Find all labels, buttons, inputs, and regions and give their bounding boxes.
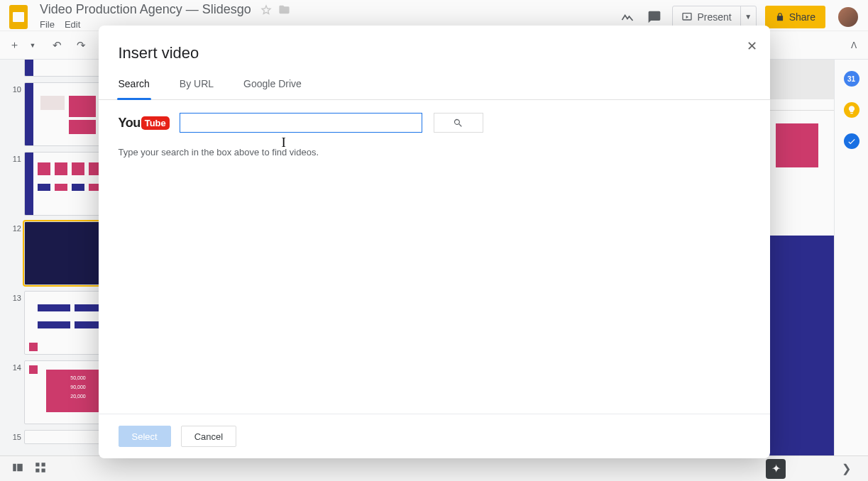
youtube-logo: You Tube [119, 116, 170, 131]
cancel-button[interactable]: Cancel [181, 426, 236, 447]
video-search-input[interactable] [180, 113, 422, 133]
select-button[interactable]: Select [119, 426, 171, 447]
search-hint: Type your search in the box above to fin… [99, 137, 770, 157]
search-icon [453, 118, 463, 128]
tab-search[interactable]: Search [119, 70, 150, 99]
tab-google-drive[interactable]: Google Drive [243, 70, 302, 99]
tab-by-url[interactable]: By URL [180, 70, 214, 99]
search-button[interactable] [434, 113, 483, 133]
dialog-tabs: Search By URL Google Drive [99, 70, 770, 100]
dialog-footer: Select Cancel [99, 414, 770, 458]
modal-backdrop: ✕ Insert video Search By URL Google Driv… [0, 0, 868, 481]
close-icon[interactable]: ✕ [747, 38, 757, 54]
insert-video-dialog: ✕ Insert video Search By URL Google Driv… [99, 26, 770, 458]
dialog-title: Insert video [99, 26, 770, 70]
